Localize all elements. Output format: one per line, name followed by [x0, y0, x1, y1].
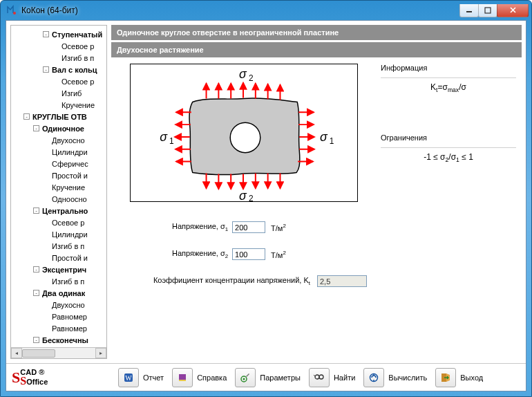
svg-point-0 — [13, 12, 16, 15]
constraints-group: Ограничения -1 ≤ σ2/σ1 ≤ 1 — [381, 133, 516, 163]
tree-node[interactable]: Простой и — [11, 252, 106, 264]
constraints-title: Ограничения — [381, 133, 516, 142]
tree-node[interactable]: Изгиб в п — [11, 240, 106, 252]
tree-label: Изгиб в п — [52, 242, 84, 250]
window-title: КоКон (64-бит) — [21, 6, 460, 15]
tree-node[interactable]: -Ступенчатый — [11, 28, 106, 40]
tree-label: Изгиб — [61, 89, 82, 98]
tree-node[interactable]: Осевое р — [11, 216, 106, 228]
tree-node[interactable]: Двухосно — [11, 134, 106, 146]
find-button[interactable] — [309, 368, 330, 387]
sigma2-unit: T/м2 — [271, 250, 286, 259]
tree-toggle-icon[interactable]: - — [43, 66, 49, 73]
tree-label: Изгиб в п — [61, 54, 94, 62]
tree-label: Изгиб в п — [52, 277, 84, 286]
tree-node[interactable]: -Эксцентрич — [11, 264, 106, 275]
tree-node[interactable]: Простой и — [11, 169, 106, 181]
sigma2-label: Напряжение, σ2 — [172, 249, 228, 259]
tree-node[interactable]: Осевое р — [11, 40, 106, 52]
report-label: Отчет — [143, 368, 164, 387]
tree-toggle-icon[interactable]: - — [43, 31, 49, 37]
maximize-button[interactable] — [478, 4, 497, 17]
tree-toggle-icon[interactable]: - — [33, 337, 39, 343]
tree-node[interactable]: Сферичес — [11, 158, 106, 169]
exit-button[interactable] — [435, 368, 456, 387]
sigma1-input[interactable] — [232, 221, 265, 233]
tree-toggle-icon[interactable]: - — [23, 113, 30, 120]
tree-node[interactable]: Цилиндри — [11, 228, 106, 240]
tree-node[interactable]: Изгиб — [11, 87, 106, 99]
tree-node[interactable]: Кручение — [11, 181, 106, 193]
tree-label: Два одинак — [42, 289, 85, 297]
section-title: Одиночное круглое отверстие в неограниче… — [117, 28, 339, 37]
client-area: -СтупенчатыйОсевое рИзгиб в п-Вал с коль… — [6, 20, 526, 391]
svg-point-41 — [315, 375, 319, 379]
tree-node[interactable]: Равномер — [11, 311, 106, 322]
calc-button[interactable] — [363, 368, 384, 387]
tree-label: Равномер — [52, 324, 87, 333]
svg-text:2: 2 — [249, 73, 254, 83]
tree-label: Кручение — [61, 101, 95, 109]
close-button[interactable] — [497, 4, 529, 17]
tree-h-scrollbar[interactable]: ◂ ▸ — [11, 347, 106, 358]
tree-toggle-icon[interactable]: - — [33, 266, 39, 273]
sigma1-label: Напряжение, σ1 — [172, 222, 228, 232]
tree-node[interactable]: Изгиб в п — [11, 52, 106, 64]
tree-label: Цилиндри — [52, 230, 88, 239]
info-group: Информация Kt=σmax/σ — [381, 64, 516, 93]
tree-node[interactable]: -Бесконечны — [11, 334, 106, 346]
app-icon — [6, 5, 17, 16]
tree-node[interactable]: -Одиночное — [11, 122, 106, 134]
scroll-right-arrow[interactable]: ▸ — [95, 348, 106, 358]
tree-label: Вал с кольц — [52, 66, 97, 74]
svg-text:1: 1 — [330, 136, 334, 146]
report-button[interactable]: W — [118, 368, 139, 387]
tree-node[interactable]: Осевое р — [11, 75, 106, 87]
tree-node[interactable]: -Вал с кольц — [11, 64, 106, 75]
kt-label: Коэффициент концентрации напряжений, Kt — [153, 276, 310, 286]
app-window: КоКон (64-бит) -СтупенчатыйОсевое рИзгиб… — [0, 0, 532, 397]
tree-toggle-icon[interactable]: - — [33, 125, 39, 131]
tree-node[interactable]: -Два одинак — [11, 287, 106, 299]
sigma2-input[interactable] — [232, 248, 265, 260]
tree-label: Кручение — [52, 183, 85, 192]
tree-label: Одиночное — [42, 124, 84, 133]
tree-node[interactable]: Изгиб в п — [11, 275, 106, 287]
tree-label: Ступенчатый — [52, 30, 102, 39]
svg-point-40 — [243, 378, 245, 380]
tree-toggle-icon[interactable]: - — [33, 207, 39, 214]
tree-node[interactable]: -Центрально — [11, 205, 106, 216]
scroll-left-arrow[interactable]: ◂ — [11, 348, 22, 358]
scroll-thumb[interactable] — [22, 349, 55, 358]
find-label: Найти — [334, 368, 355, 387]
svg-text:σ: σ — [320, 130, 328, 144]
svg-line-44 — [314, 375, 315, 376]
tree-label: КРУГЛЫЕ ОТВ — [32, 113, 87, 121]
tree-node[interactable]: Одноосно — [11, 193, 106, 205]
params-button[interactable] — [235, 368, 256, 387]
svg-text:σ: σ — [239, 189, 247, 201]
bottom-toolbar: S CAD ® SOffice W Отчет Справка — [6, 363, 526, 391]
tree-node[interactable]: -КРУГЛЫЕ ОТВ — [11, 111, 106, 122]
tree-toggle-icon[interactable]: - — [33, 290, 39, 296]
tree-node[interactable]: Кручение — [11, 99, 106, 111]
minimize-button[interactable] — [459, 4, 479, 17]
tree-label: Равномер — [52, 313, 87, 321]
help-button[interactable] — [172, 368, 193, 387]
tree-node[interactable]: Равномер — [11, 322, 106, 334]
tree-node[interactable]: Двухосно — [11, 299, 106, 311]
section-title-bar: Одиночное круглое отверстие в неограниче… — [111, 25, 522, 40]
svg-text:2: 2 — [249, 194, 254, 201]
tree-label: Центрально — [42, 207, 88, 215]
svg-rect-1 — [466, 11, 472, 12]
svg-point-42 — [319, 375, 323, 379]
section-subtitle-bar: Двухосное растяжение — [111, 42, 522, 57]
kt-output — [317, 275, 367, 287]
svg-text:W: W — [125, 374, 132, 382]
tree-view[interactable]: -СтупенчатыйОсевое рИзгиб в п-Вал с коль… — [11, 26, 106, 347]
constraints-formula: -1 ≤ σ2/σ1 ≤ 1 — [381, 152, 516, 163]
tree-node[interactable]: Цилиндри — [11, 146, 106, 158]
tree-label: Простой и — [52, 254, 88, 262]
tree-label: Осевое р — [61, 42, 94, 50]
tree-label: Одноосно — [52, 195, 87, 203]
